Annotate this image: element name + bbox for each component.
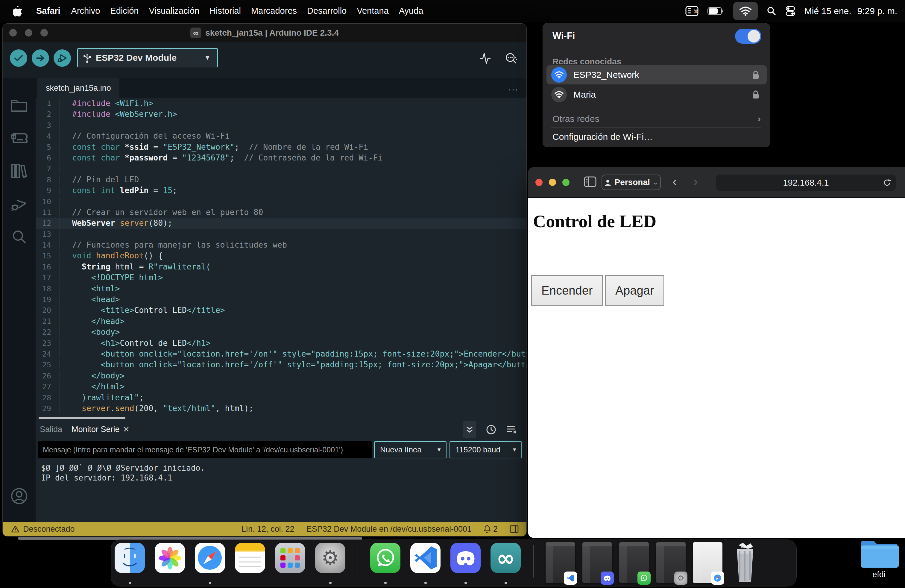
reload-icon[interactable] <box>883 178 892 187</box>
upload-button[interactable] <box>32 49 49 67</box>
code-line-27[interactable]: 27 </html> <box>36 381 527 392</box>
dock-minimized-window-safari[interactable] <box>693 542 722 585</box>
code-line-2[interactable]: 2#include <WebServer.h> <box>36 109 527 119</box>
library-manager-icon[interactable] <box>3 159 36 183</box>
menu-app-name[interactable]: Safari <box>31 6 66 16</box>
serial-monitor-icon[interactable] <box>504 51 518 65</box>
code-line-19[interactable]: 19 <head> <box>36 294 527 305</box>
baud-rate-dropdown[interactable]: 115200 baud ▼ <box>449 441 522 458</box>
serial-plotter-icon[interactable] <box>480 51 491 65</box>
code-line-3[interactable]: 3 <box>36 120 527 130</box>
window-manager-icon[interactable]: ⌘ <box>685 2 699 20</box>
dock-photos-icon[interactable] <box>155 542 185 585</box>
wifi-network-row-ESP32_Network[interactable]: ESP32_Network <box>546 65 767 84</box>
dock-finder-icon[interactable] <box>114 542 145 585</box>
dock-minimized-window-whatsapp[interactable] <box>619 542 649 585</box>
code-editor[interactable]: 1#include <WiFi.h>2#include <WebServer.h… <box>36 98 527 420</box>
ide-title-bar[interactable]: ∞ sketch_jan15a | Arduino IDE 2.3.4 <box>3 24 526 42</box>
account-icon[interactable] <box>3 488 36 505</box>
board-port-status[interactable]: ESP32 Dev Module en /dev/cu.usbserial-00… <box>306 524 472 534</box>
wifi-network-row-Maria[interactable]: Maria <box>546 85 767 104</box>
code-line-4[interactable]: 4// Configuración del acceso Wi-Fi <box>36 130 527 141</box>
close-serial-monitor-icon[interactable]: ✕ <box>123 420 130 438</box>
menu-edicion[interactable]: Edición <box>105 6 144 16</box>
dock-minimized-window-discord[interactable] <box>583 542 612 585</box>
desktop-folder-efdi[interactable]: efdi <box>856 538 902 579</box>
control-center-icon[interactable] <box>785 2 795 20</box>
autoscroll-icon[interactable] <box>463 421 476 438</box>
ide-minimize-button[interactable] <box>25 29 32 37</box>
apagar-button[interactable]: Apagar <box>605 275 664 306</box>
debug-panel-icon[interactable] <box>3 192 36 216</box>
debug-button[interactable] <box>54 49 71 67</box>
dock-launchpad-icon[interactable] <box>275 542 305 585</box>
code-line-11[interactable]: 11// Crear un servidor web en el puerto … <box>36 207 527 218</box>
menu-desarrollo[interactable]: Desarrollo <box>302 6 352 16</box>
ide-zoom-button[interactable] <box>40 29 48 37</box>
code-line-29[interactable]: 29 server.send(200, "text/html", html); <box>36 403 527 414</box>
editor-horizontal-scrollbar[interactable] <box>39 417 125 419</box>
code-line-22[interactable]: 22 <body> <box>36 327 527 337</box>
tab-overflow-menu[interactable]: ... <box>508 82 519 92</box>
battery-icon[interactable] <box>708 2 724 20</box>
code-line-13[interactable]: 13 <box>36 229 527 240</box>
dock-minimized-window-vscode[interactable] <box>546 542 575 585</box>
address-bar[interactable]: 192.168.4.1 <box>716 175 896 191</box>
dock-trash-icon[interactable] <box>730 542 761 585</box>
code-line-8[interactable]: 8// Pin del LED <box>36 174 527 185</box>
safari-close-button[interactable] <box>535 179 543 186</box>
code-line-20[interactable]: 20 <title>Control LED</title> <box>36 305 527 316</box>
menu-marcadores[interactable]: Marcadores <box>246 6 302 16</box>
code-line-12[interactable]: 12WebServer server(80); <box>36 218 527 229</box>
cursor-position[interactable]: Lín. 12, col. 22 <box>241 524 294 534</box>
code-line-5[interactable]: 5const char *ssid = "ESP32_Network"; // … <box>36 141 527 153</box>
dock-settings-icon[interactable]: ⚙ <box>315 542 345 585</box>
toggle-panel-icon[interactable] <box>510 525 519 533</box>
code-line-9[interactable]: 9const int ledPin = 15; <box>36 185 527 196</box>
menu-bar-clock[interactable]: Mié 15 ene. 9:29 p. m. <box>805 6 897 16</box>
code-line-28[interactable]: 28 )rawliteral"; <box>36 392 527 403</box>
dock-minimized-window-settings[interactable]: ⚙ <box>656 542 686 585</box>
code-line-17[interactable]: 17 <!DOCTYPE html> <box>36 272 527 283</box>
wifi-menu-icon[interactable] <box>733 2 758 20</box>
tab-output[interactable]: Salida <box>40 420 62 438</box>
menu-archivo[interactable]: Archivo <box>66 6 105 16</box>
code-line-21[interactable]: 21 </head> <box>36 316 527 327</box>
code-line-23[interactable]: 23 <h1>Control de LED</h1> <box>36 338 527 348</box>
dock-whatsapp-icon[interactable] <box>370 542 400 585</box>
boards-manager-icon[interactable] <box>3 126 36 150</box>
sidebar-toggle-icon[interactable] <box>584 176 597 187</box>
back-button[interactable]: ‹ <box>672 174 677 189</box>
tab-sketch-ino[interactable]: sketch_jan15a.ino <box>37 78 119 98</box>
code-line-18[interactable]: 18 <html> <box>36 283 527 294</box>
profile-button[interactable]: Personal ⌄ <box>602 175 661 190</box>
menu-visualizacion[interactable]: Visualización <box>144 6 205 16</box>
dock-vscode-icon[interactable] <box>410 542 441 585</box>
code-line-6[interactable]: 6const char *password = "12345678"; // C… <box>36 153 527 163</box>
wifi-toggle[interactable] <box>735 29 761 44</box>
encender-button[interactable]: Encender <box>531 275 603 306</box>
code-line-7[interactable]: 7 <box>36 163 527 174</box>
code-line-16[interactable]: 16 String html = R"rawliteral( <box>36 261 527 272</box>
safari-zoom-button[interactable] <box>562 179 570 186</box>
line-ending-dropdown[interactable]: Nueva línea ▼ <box>374 441 446 458</box>
code-line-1[interactable]: 1#include <WiFi.h> <box>36 98 527 109</box>
forward-button[interactable]: › <box>694 174 698 189</box>
dock-discord-icon[interactable] <box>450 542 481 585</box>
safari-minimize-button[interactable] <box>549 179 556 186</box>
spotlight-search-icon[interactable] <box>767 2 776 20</box>
tab-serial-monitor[interactable]: Monitor Serie <box>71 420 120 438</box>
clear-output-icon[interactable] <box>506 425 517 434</box>
wifi-settings-item[interactable]: Configuración de Wi-Fi… <box>553 132 653 142</box>
board-selector-dropdown[interactable]: ESP32 Dev Module ▼ <box>77 48 218 67</box>
other-networks-item[interactable]: Otras redes <box>553 114 599 124</box>
apple-menu-icon[interactable] <box>11 5 23 17</box>
verify-button[interactable] <box>10 49 27 67</box>
timestamp-icon[interactable] <box>486 424 497 435</box>
code-line-15[interactable]: 15void handleRoot() { <box>36 250 527 261</box>
code-line-26[interactable]: 26 </body> <box>36 370 527 381</box>
code-line-25[interactable]: 25 <button onclick="location.href='/off'… <box>36 359 527 370</box>
dock-safari-icon[interactable] <box>195 542 225 585</box>
notifications-bell[interactable]: 2 <box>484 524 498 534</box>
code-line-10[interactable]: 10 <box>36 196 527 207</box>
